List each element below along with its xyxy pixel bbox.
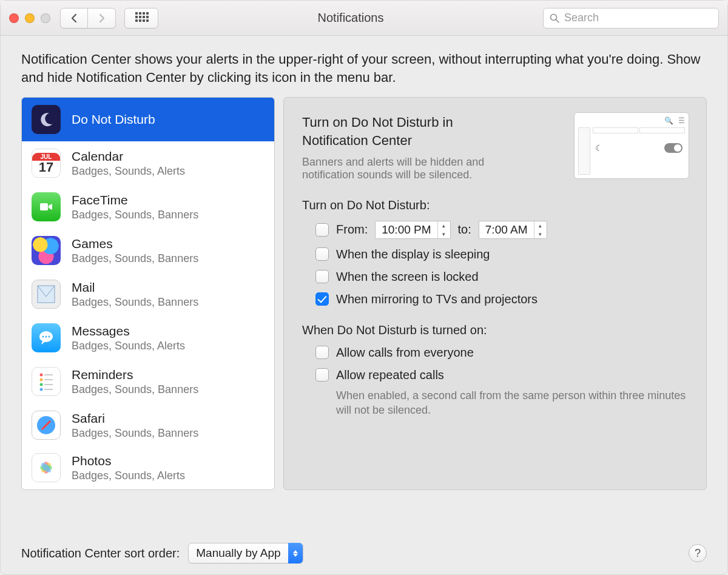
checkbox-label: When mirroring to TVs and projectors <box>336 292 538 306</box>
screen-locked-checkbox[interactable] <box>315 270 329 283</box>
from-time-field[interactable]: 10:00 PM ▴▾ <box>375 221 450 239</box>
window-title: Notifications <box>158 11 543 25</box>
traffic-lights <box>9 13 50 23</box>
to-time-field[interactable]: 7:00 AM ▴▾ <box>479 221 547 239</box>
facetime-icon <box>32 192 61 221</box>
messages-icon <box>32 323 61 352</box>
sidebar-item-sub: Badges, Sounds, Banners <box>72 383 198 396</box>
chevron-left-icon <box>70 13 78 23</box>
svg-point-5 <box>42 336 44 338</box>
search-input[interactable] <box>564 12 712 24</box>
titlebar: Notifications <box>1 1 727 36</box>
toggle-graphic <box>664 143 682 153</box>
repeated-calls-hint: When enabled, a second call from the sam… <box>302 388 688 418</box>
zoom-button[interactable] <box>41 13 50 23</box>
select-arrows-icon <box>288 543 303 563</box>
svg-point-10 <box>40 383 43 386</box>
sidebar-item-label: Games <box>72 237 198 251</box>
svg-point-11 <box>40 388 43 391</box>
sidebar-item-facetime[interactable]: FaceTime Badges, Sounds, Banners <box>22 185 274 229</box>
sidebar-item-safari[interactable]: Safari Badges, Sounds, Banners <box>22 403 274 447</box>
close-button[interactable] <box>9 13 19 23</box>
photos-icon <box>32 453 61 482</box>
sidebar-item-reminders[interactable]: Reminders Badges, Sounds, Banners <box>22 360 274 403</box>
sidebar-item-sub: Badges, Sounds, Banners <box>72 296 198 309</box>
svg-point-8 <box>40 374 43 377</box>
svg-point-9 <box>40 378 43 382</box>
svg-rect-2 <box>40 203 48 210</box>
sidebar-item-label: Messages <box>72 324 185 338</box>
safari-icon <box>32 411 61 440</box>
show-all-button[interactable] <box>124 8 158 29</box>
back-button[interactable] <box>60 8 88 29</box>
mirroring-checkbox[interactable] <box>315 292 329 306</box>
calendar-icon: JUL17 <box>32 149 61 178</box>
allow-repeated-calls-checkbox[interactable] <box>315 368 329 382</box>
description-text: Notification Center shows your alerts in… <box>1 36 727 97</box>
svg-rect-3 <box>38 286 55 303</box>
preview-graphic: 🔍☰ ☾ <box>574 112 689 179</box>
app-list[interactable]: Do Not Disturb JUL17 Calendar Badges, So… <box>21 97 275 490</box>
svg-point-6 <box>46 336 47 338</box>
sidebar-item-photos[interactable]: Photos Badges, Sounds, Alerts <box>22 447 274 488</box>
sidebar-item-messages[interactable]: Messages Badges, Sounds, Alerts <box>22 316 274 360</box>
sidebar-item-games[interactable]: Games Badges, Sounds, Banners <box>22 229 274 272</box>
forward-button[interactable] <box>88 8 116 29</box>
search-icon <box>550 13 559 23</box>
checkbox-label: When the display is sleeping <box>336 247 490 261</box>
chevron-right-icon <box>98 13 106 23</box>
sidebar-item-sub: Badges, Sounds, Banners <box>72 427 198 440</box>
sort-order-select[interactable]: Manually by App <box>188 543 303 563</box>
sidebar-item-label: Do Not Disturb <box>72 112 155 127</box>
sidebar-item-label: FaceTime <box>72 193 198 207</box>
mail-icon <box>32 280 61 309</box>
sidebar-item-sub: Badges, Sounds, Banners <box>72 209 198 221</box>
from-checkbox[interactable] <box>315 223 329 237</box>
panel-subheading: Banners and alerts will be hidden and no… <box>302 156 533 181</box>
checkbox-label: Allow repeated calls <box>336 368 444 382</box>
preferences-window: Notifications Notification Center shows … <box>0 0 728 575</box>
content-area: Do Not Disturb JUL17 Calendar Badges, So… <box>1 97 727 490</box>
checkbox-label: Allow calls from everyone <box>336 346 474 360</box>
game-center-icon <box>32 236 61 265</box>
sidebar-item-calendar[interactable]: JUL17 Calendar Badges, Sounds, Alerts <box>22 141 274 185</box>
from-label: From: <box>336 223 368 237</box>
search-field[interactable] <box>543 8 719 29</box>
checkbox-label: When the screen is locked <box>336 270 479 284</box>
stepper[interactable]: ▴▾ <box>437 221 450 238</box>
moon-icon: ☾ <box>595 143 603 153</box>
search-icon: 🔍 <box>664 116 673 125</box>
display-sleeping-checkbox[interactable] <box>315 247 329 261</box>
sidebar-item-do-not-disturb[interactable]: Do Not Disturb <box>22 98 274 141</box>
sidebar-item-label: Calendar <box>72 149 185 164</box>
list-icon: ☰ <box>678 116 685 125</box>
nav-back-forward <box>60 8 116 29</box>
to-label: to: <box>458 223 471 237</box>
sidebar-item-label: Safari <box>72 411 198 426</box>
settings-panel: 🔍☰ ☾ Turn on Do Not Disturb in Notificat… <box>283 97 707 490</box>
svg-point-7 <box>49 336 50 338</box>
svg-line-1 <box>556 19 559 22</box>
sidebar-item-sub: Badges, Sounds, Alerts <box>72 165 185 178</box>
moon-icon <box>32 105 61 134</box>
panel-heading: Turn on Do Not Disturb in Notification C… <box>302 113 521 149</box>
section-title: When Do Not Disturb is turned on: <box>302 323 688 337</box>
help-button[interactable]: ? <box>689 544 707 562</box>
reminders-icon <box>32 367 61 396</box>
sort-order-label: Notification Center sort order: <box>21 546 180 560</box>
sidebar-item-mail[interactable]: Mail Badges, Sounds, Banners <box>22 272 274 316</box>
section-title: Turn on Do Not Disturb: <box>302 198 688 212</box>
sidebar-item-sub: Badges, Sounds, Banners <box>72 252 198 265</box>
stepper[interactable]: ▴▾ <box>534 221 547 238</box>
minimize-button[interactable] <box>25 13 35 23</box>
select-value: Manually by App <box>196 546 280 560</box>
sidebar-item-label: Photos <box>72 454 185 468</box>
grid-icon <box>135 12 147 24</box>
sidebar-item-sub: Badges, Sounds, Alerts <box>72 340 185 352</box>
allow-calls-checkbox[interactable] <box>315 346 329 359</box>
footer: Notification Center sort order: Manually… <box>21 543 707 563</box>
sidebar-item-label: Mail <box>72 280 198 295</box>
sidebar-item-label: Reminders <box>72 368 198 382</box>
from-time-row: From: 10:00 PM ▴▾ to: 7:00 AM ▴▾ <box>302 221 688 239</box>
sidebar-item-sub: Badges, Sounds, Alerts <box>72 469 185 482</box>
